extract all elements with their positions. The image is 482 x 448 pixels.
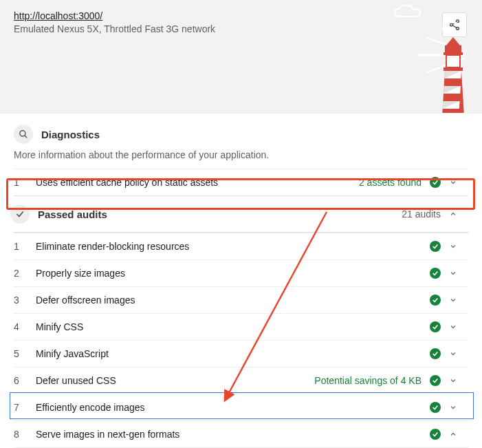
check-icon [10, 204, 30, 224]
audit-row[interactable]: 4 Minify CSS [14, 313, 468, 340]
pass-icon [430, 241, 441, 252]
audit-row[interactable]: 7 Efficiently encode images [14, 394, 468, 420]
chevron-up-icon [449, 210, 457, 218]
audit-label: Defer unused CSS [36, 375, 314, 386]
report-header: http://localhost:3000/ Emulated Nexus 5X… [0, 0, 482, 114]
report-subtitle: Emulated Nexus 5X, Throttled Fast 3G net… [14, 23, 468, 34]
chevron-down-icon [449, 403, 457, 412]
audit-row[interactable]: 3 Defer offscreen images [14, 286, 468, 313]
svg-point-13 [20, 131, 25, 136]
audit-index: 1 [14, 177, 36, 188]
audit-index: 5 [14, 348, 36, 359]
report-url[interactable]: http://localhost:3000/ [14, 10, 102, 21]
cloud-icon [441, 21, 472, 34]
chevron-down-icon [449, 178, 457, 186]
audit-label: Efficiently encode images [36, 402, 430, 413]
audit-row[interactable]: 1 Uses efficient cache policy on static … [14, 169, 468, 195]
svg-rect-12 [443, 67, 463, 71]
audit-label: Uses efficient cache policy on static as… [36, 177, 359, 188]
chevron-down-icon [449, 296, 457, 304]
pass-icon [430, 402, 441, 413]
pass-icon [430, 429, 441, 440]
chevron-down-icon [449, 269, 457, 277]
audit-index: 3 [14, 295, 36, 306]
svg-line-14 [25, 136, 28, 138]
chevron-down-icon [449, 376, 457, 385]
category-label: Passed audits [38, 209, 402, 220]
audit-meta: Potential savings of 4 KB [314, 375, 421, 386]
cloud-icon [393, 4, 427, 19]
pass-icon [430, 348, 441, 359]
magnifier-icon [14, 125, 33, 144]
audit-label: Properly size images [36, 268, 430, 279]
audit-label: Minify JavaScript [36, 348, 430, 359]
chevron-down-icon [449, 350, 457, 358]
chevron-up-icon [449, 430, 457, 438]
audit-label: Defer offscreen images [36, 295, 430, 306]
audit-index: 2 [14, 268, 36, 279]
chevron-down-icon [449, 323, 457, 331]
report-container: http://localhost:3000/ Emulated Nexus 5X… [0, 0, 482, 448]
audit-row[interactable]: 6 Defer unused CSS Potential savings of … [14, 367, 468, 394]
category-meta: 21 audits [402, 209, 441, 220]
audit-label: Eliminate render-blocking resources [36, 241, 430, 252]
audit-index: 1 [14, 241, 36, 252]
diagnostics-section: Diagnostics More information about the p… [0, 114, 482, 448]
passed-audits-header[interactable]: Passed audits 21 audits [14, 195, 468, 233]
pass-icon [430, 177, 441, 188]
svg-rect-9 [445, 45, 461, 52]
audit-row[interactable]: 1 Eliminate render-blocking resources [14, 233, 468, 259]
pass-icon [430, 375, 441, 386]
chevron-down-icon [449, 242, 457, 250]
svg-marker-8 [446, 37, 460, 45]
audit-row[interactable]: 5 Minify JavaScript [14, 340, 468, 367]
audit-index: 8 [14, 429, 36, 440]
section-header: Diagnostics [14, 125, 468, 144]
audit-row-nextgen[interactable]: 8 Serve images in next-gen formats [14, 420, 468, 447]
audit-label: Serve images in next-gen formats [36, 429, 430, 440]
pass-icon [430, 321, 441, 332]
section-desc: More information about the performance o… [14, 149, 468, 160]
audit-label: Minify CSS [36, 321, 430, 332]
section-title: Diagnostics [41, 129, 100, 140]
audit-row[interactable]: 2 Properly size images [14, 259, 468, 286]
lighthouse-icon [432, 37, 474, 114]
audit-index: 7 [14, 402, 36, 413]
pass-icon [430, 268, 441, 279]
pass-icon [430, 295, 441, 306]
audit-index: 6 [14, 375, 36, 386]
audit-index: 4 [14, 321, 36, 332]
audit-meta: 2 assets found [359, 177, 421, 188]
svg-rect-11 [446, 55, 460, 67]
